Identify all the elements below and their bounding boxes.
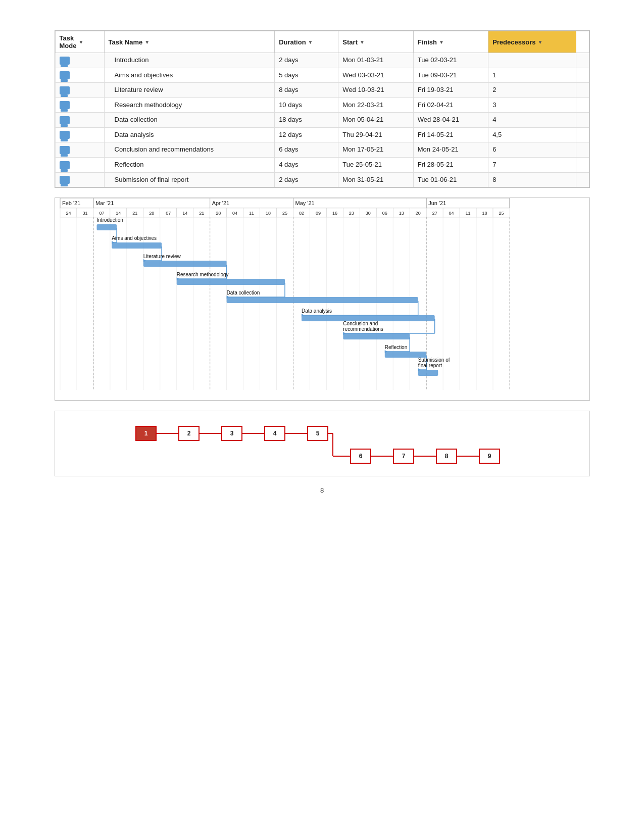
predecessors-cell: 4: [488, 113, 576, 128]
svg-rect-142: [418, 370, 438, 376]
predecessors-cell: 8: [488, 172, 576, 187]
extra-cell: [576, 172, 589, 187]
finish-cell: Fri 28-05-21: [413, 157, 488, 172]
col-header-task-mode[interactable]: TaskMode ▼: [55, 31, 104, 53]
start-cell: Mon 17-05-21: [338, 142, 413, 158]
duration-cell: 2 days: [275, 172, 338, 187]
task-name-cell: Conclusion and recommendations: [104, 142, 275, 158]
finish-cell: Fri 19-03-21: [413, 83, 488, 98]
extra-cell: [576, 53, 589, 68]
svg-text:1: 1: [144, 430, 147, 437]
predecessors-cell: [488, 53, 576, 68]
svg-text:Literature review: Literature review: [143, 254, 181, 259]
svg-text:25: 25: [499, 211, 504, 216]
task-name-cell: Introduction: [104, 53, 275, 68]
svg-text:4: 4: [273, 430, 276, 437]
svg-text:06: 06: [382, 211, 387, 216]
svg-text:6: 6: [359, 453, 362, 460]
table-row: Submission of final report2 daysMon 31-0…: [55, 172, 589, 187]
svg-text:8: 8: [444, 453, 448, 460]
col-header-finish[interactable]: Finish ▼: [413, 31, 488, 53]
svg-text:24: 24: [66, 211, 71, 216]
extra-cell: [576, 127, 589, 142]
gantt-chart: Feb '21Mar '21Apr '21May '21Jun '21Jul '…: [55, 198, 590, 401]
col-header-task-name[interactable]: Task Name ▼: [104, 31, 275, 53]
svg-text:Reflection: Reflection: [384, 345, 407, 350]
extra-cell: [576, 83, 589, 98]
start-cell: Thu 29-04-21: [338, 127, 413, 142]
task-name-cell: Aims and objectives: [104, 68, 275, 83]
svg-text:Apr '21: Apr '21: [212, 200, 229, 206]
finish-cell: Tue 09-03-21: [413, 68, 488, 83]
svg-text:31: 31: [82, 211, 87, 216]
task-mode-cell: [55, 113, 104, 128]
task-name-cell: Literature review: [104, 83, 275, 98]
svg-text:Feb '21: Feb '21: [62, 200, 80, 206]
svg-rect-110: [143, 261, 226, 267]
svg-text:14: 14: [182, 211, 187, 216]
start-cell: Mon 05-04-21: [338, 113, 413, 128]
start-cell: Tue 25-05-21: [338, 157, 413, 172]
svg-text:04: 04: [449, 211, 454, 216]
start-cell: Mon 01-03-21: [338, 53, 413, 68]
finish-cell: Tue 02-03-21: [413, 53, 488, 68]
table-row: Data collection18 daysMon 05-04-21Wed 28…: [55, 113, 589, 128]
svg-rect-105: [112, 242, 162, 249]
task-mode-cell: [55, 142, 104, 158]
svg-text:Aims and objectives: Aims and objectives: [112, 235, 157, 241]
task-mode-cell: [55, 83, 104, 98]
svg-text:14: 14: [116, 211, 121, 216]
finish-cell: Fri 14-05-21: [413, 127, 488, 142]
task-table: TaskMode ▼ Task Name ▼ Duration ▼ Start …: [55, 31, 589, 187]
svg-text:28: 28: [149, 211, 154, 216]
task-name-cell: Reflection: [104, 157, 275, 172]
svg-text:21: 21: [199, 211, 204, 216]
duration-cell: 4 days: [275, 157, 338, 172]
svg-text:Introduction: Introduction: [96, 217, 123, 223]
duration-cell: 18 days: [275, 113, 338, 128]
table-row: Literature review8 daysWed 10-03-21Fri 1…: [55, 83, 589, 98]
svg-rect-100: [96, 224, 117, 230]
task-mode-cell: [55, 53, 104, 68]
svg-text:5: 5: [316, 430, 319, 437]
duration-cell: 10 days: [275, 97, 338, 113]
extra-cell: [576, 68, 589, 83]
task-name-cell: Data collection: [104, 113, 275, 128]
finish-cell: Tue 01-06-21: [413, 172, 488, 187]
svg-text:Conclusion and: Conclusion and: [343, 321, 378, 326]
duration-cell: 5 days: [275, 68, 338, 83]
table-row: Research methodology10 daysMon 22-03-21F…: [55, 97, 589, 113]
svg-text:11: 11: [465, 211, 470, 216]
svg-rect-131: [343, 333, 410, 339]
task-mode-cell: [55, 127, 104, 142]
duration-cell: 6 days: [275, 142, 338, 158]
col-header-start[interactable]: Start ▼: [338, 31, 413, 53]
svg-text:18: 18: [482, 211, 487, 216]
duration-cell: 2 days: [275, 53, 338, 68]
svg-text:20: 20: [415, 211, 420, 216]
task-mode-cell: [55, 157, 104, 172]
svg-text:04: 04: [232, 211, 237, 216]
start-cell: Mon 31-05-21: [338, 172, 413, 187]
svg-text:May '21: May '21: [295, 200, 314, 206]
table-row: Introduction2 daysMon 01-03-21Tue 02-03-…: [55, 53, 589, 68]
svg-text:16: 16: [332, 211, 337, 216]
svg-text:Submission of: Submission of: [418, 357, 450, 363]
svg-text:07: 07: [166, 211, 171, 216]
predecessors-cell: 6: [488, 142, 576, 158]
table-row: Conclusion and recommendations6 daysMon …: [55, 142, 589, 158]
svg-text:Data analysis: Data analysis: [301, 308, 331, 314]
extra-cell: [576, 157, 589, 172]
col-header-predecessors[interactable]: Predecessors ▼: [488, 31, 576, 53]
duration-cell: 12 days: [275, 127, 338, 142]
col-header-duration[interactable]: Duration ▼: [275, 31, 338, 53]
svg-text:3: 3: [230, 430, 233, 437]
svg-text:Data collection: Data collection: [226, 290, 260, 296]
col-header-extra: [576, 31, 589, 53]
task-name-cell: Data analysis: [104, 127, 275, 142]
predecessors-cell: 3: [488, 97, 576, 113]
svg-rect-115: [176, 279, 284, 285]
predecessors-cell: 1: [488, 68, 576, 83]
predecessors-cell: 4,5: [488, 127, 576, 142]
svg-text:11: 11: [249, 211, 254, 216]
